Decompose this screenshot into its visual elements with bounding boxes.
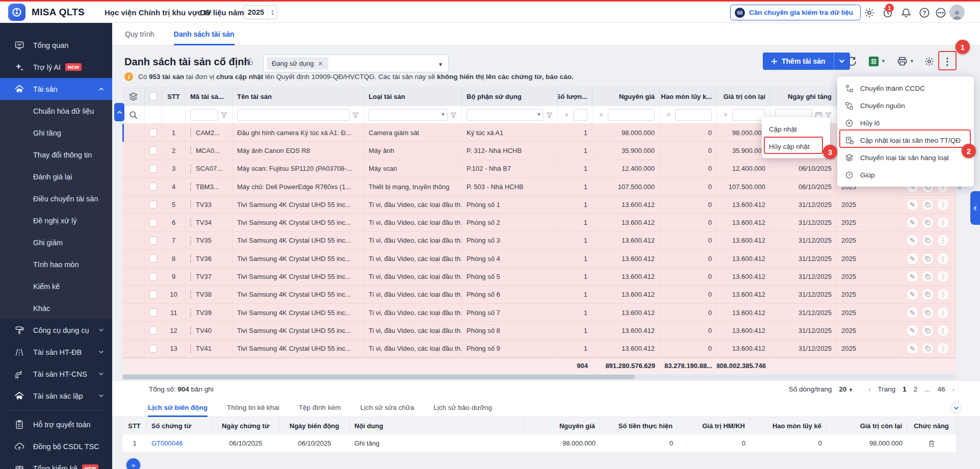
page-number[interactable]: 2 [914, 385, 918, 393]
copy-button[interactable] [921, 198, 934, 211]
select-all-checkbox[interactable] [149, 92, 157, 100]
sidebar-subitem-thay-đổi-thông-tin[interactable]: Thay đổi thông tin [0, 144, 112, 166]
filter-input-remain[interactable] [732, 109, 765, 121]
row-more-button[interactable]: ⋮ [937, 288, 949, 301]
more-actions-kebab-icon[interactable]: ⋮ [940, 53, 955, 69]
tab-danh-sách-tài-sản[interactable]: Danh sách tài sản [174, 23, 235, 45]
sidebar-item-công-cụ-dụng-cụ[interactable]: Công cụ dụng cụ [0, 319, 112, 341]
org-name[interactable]: Học viện Chính trị khu vực IV [105, 8, 211, 17]
right-panel-tab[interactable] [970, 191, 980, 225]
row-checkbox[interactable] [149, 146, 157, 154]
row-checkbox[interactable] [149, 128, 157, 137]
copy-button[interactable] [921, 288, 934, 301]
sidebar-subitem-kiểm-kê[interactable]: Kiểm kê [0, 275, 112, 297]
print-button[interactable]: ▼ [893, 53, 918, 69]
row-checkbox[interactable] [149, 273, 157, 281]
edit-button[interactable]: ✎ [906, 270, 919, 283]
table-row[interactable]: 8TV36Tivi Samsung 4K Crystal UHD 55 inc.… [122, 250, 956, 268]
copy-button[interactable] [921, 216, 934, 229]
misa-logo-icon[interactable] [8, 4, 25, 21]
prev-page-icon[interactable]: ‹ [868, 385, 870, 393]
row-checkbox[interactable] [149, 326, 157, 334]
tab-quy-trình[interactable]: Quy trình [125, 23, 154, 45]
sidebar-subitem-ghi-tăng[interactable]: Ghi tăng [0, 122, 112, 144]
sidebar-subitem-ghi-giảm[interactable]: Ghi giảm [0, 231, 112, 253]
filter-select-type[interactable]: ▼ [369, 109, 448, 121]
table-row[interactable]: 1CAM2...Đầu ghi hình camera Ký túc xá A1… [122, 124, 956, 142]
rows-per-page-select[interactable]: 20 ▼ [839, 385, 854, 393]
detail-tab-1[interactable]: Lịch sử biến động [148, 399, 208, 417]
row-more-button[interactable]: ⋮ [937, 216, 949, 229]
row-more-button[interactable]: ⋮ [937, 342, 949, 355]
sidebar-item-tài-sản-ht-đb[interactable]: Tài sản HT-ĐB [0, 341, 112, 363]
menu-item-chuyển-nguồn[interactable]: Chuyển nguồn [837, 97, 974, 114]
filter-input-dep[interactable] [675, 109, 712, 121]
user-avatar[interactable] [949, 5, 965, 20]
menu-item-chuyển-thành-ccdc[interactable]: Chuyển thành CCDC [837, 80, 974, 97]
spinner-arrows-icon[interactable]: ▲▼ [268, 6, 277, 19]
row-checkbox[interactable] [149, 183, 157, 191]
sidebar-subitem-đánh-giá-lại[interactable]: Đánh giá lại [0, 166, 112, 188]
add-asset-split-button[interactable]: Thêm tài sản [763, 53, 850, 70]
help-icon[interactable]: ? [918, 6, 931, 19]
voucher-link[interactable]: GT000046 [151, 439, 183, 447]
detail-tab-3[interactable]: Tệp đính kèm [299, 399, 341, 417]
row-more-button[interactable]: ⋮ [937, 198, 949, 211]
row-more-button[interactable]: ⋮ [937, 306, 949, 319]
unlock-icon[interactable] [246, 58, 254, 66]
table-row[interactable]: 11TV39Tivi Samsung 4K Crystal UHD 55 inc… [122, 304, 956, 322]
add-asset-button[interactable]: Thêm tài sản [763, 53, 834, 70]
edit-button[interactable]: ✎ [906, 216, 919, 229]
combobox-caret-icon[interactable]: ▼ [438, 62, 443, 67]
equals-operator[interactable]: = [562, 111, 571, 118]
copy-button[interactable] [921, 252, 934, 265]
equals-operator[interactable]: = [597, 111, 605, 118]
edit-button[interactable]: ✎ [906, 252, 919, 265]
sidebar-item-tài-sản-xác-lập[interactable]: Tài sản xác lập [0, 385, 112, 407]
filter-input-qty[interactable] [573, 109, 587, 121]
row-more-button[interactable]: ⋮ [937, 270, 949, 283]
filter-select-dept[interactable]: ▼ [467, 109, 544, 121]
row-more-button[interactable]: ⋮ [937, 252, 949, 265]
sidebar-subitem-đề-nghị-xử-lý[interactable]: Đề nghị xử lý [0, 210, 112, 231]
copy-button[interactable] [921, 234, 934, 247]
horizontal-scrollbar-thumb[interactable] [122, 375, 635, 379]
detail-tab-4[interactable]: Lịch sử sửa chữa [360, 399, 414, 417]
table-row[interactable]: 9TV37Tivi Samsung 4K Crystal UHD 55 inc.… [122, 268, 956, 285]
settings-gear-icon[interactable] [863, 6, 876, 19]
sidebar-item-trợ-lý-ai[interactable]: Trợ lý AINEW [0, 56, 112, 78]
table-row[interactable]: 5TV33Tivi Samsung 4K Crystal UHD 55 inc.… [122, 196, 956, 214]
sidebar-item-tài-sản[interactable]: Tài sản [0, 78, 112, 100]
add-asset-caret-icon[interactable] [834, 53, 850, 70]
row-checkbox[interactable] [149, 219, 157, 227]
edit-button[interactable]: ✎ [906, 306, 919, 319]
row-more-button[interactable]: ⋮ [937, 324, 949, 337]
table-row[interactable]: 6TV34Tivi Samsung 4K Crystal UHD 55 inc.… [122, 214, 956, 231]
year-spinner[interactable]: 2025 ▲▼ [244, 5, 277, 19]
edit-button[interactable]: ✎ [906, 324, 919, 337]
row-checkbox[interactable] [149, 254, 157, 263]
row-checkbox[interactable] [149, 165, 157, 173]
table-row[interactable]: 3SCA07...Máy scan: Fujitsu SP1120 (PA037… [122, 160, 956, 178]
page-number[interactable]: 46 [938, 385, 945, 393]
history-row[interactable]: 1GT00004606/10/202506/10/2025Ghi tăng98.… [122, 434, 956, 453]
horizontal-scrollbar[interactable] [122, 374, 956, 380]
search-icon-cell[interactable] [122, 106, 145, 123]
row-checkbox[interactable] [149, 308, 157, 317]
sidebar-subitem-tính-hao-mòn[interactable]: Tính hao mòn [0, 253, 112, 275]
context-item-cập-nhật[interactable]: Cập nhật [762, 120, 830, 138]
row-more-button[interactable]: ⋮ [937, 234, 949, 247]
filter-chip[interactable]: Đang sử dụng ✕ [267, 57, 328, 70]
filter-input-name[interactable] [237, 109, 350, 121]
status-filter-combobox[interactable]: Đang sử dụng ✕ ▼ [263, 55, 449, 72]
table-row[interactable]: 12TV40Tivi Samsung 4K Crystal UHD 55 inc… [122, 322, 956, 340]
menu-item-giúp[interactable]: ?Giúp [837, 166, 974, 184]
edit-button[interactable]: ✎ [906, 198, 919, 211]
menu-item-chuyển-loại-tài-sản-hàng-loạt[interactable]: Chuyển loại tài sản hàng loạt [837, 149, 974, 166]
edit-button[interactable]: ✎ [906, 342, 919, 355]
menu-item-hủy-lô[interactable]: Hủy lô [837, 114, 974, 132]
next-page-icon[interactable]: › [952, 385, 955, 393]
sidebar-collapse-tab[interactable] [114, 103, 124, 121]
equals-operator[interactable]: = [664, 111, 673, 118]
collapse-panel-icon[interactable] [950, 402, 962, 413]
